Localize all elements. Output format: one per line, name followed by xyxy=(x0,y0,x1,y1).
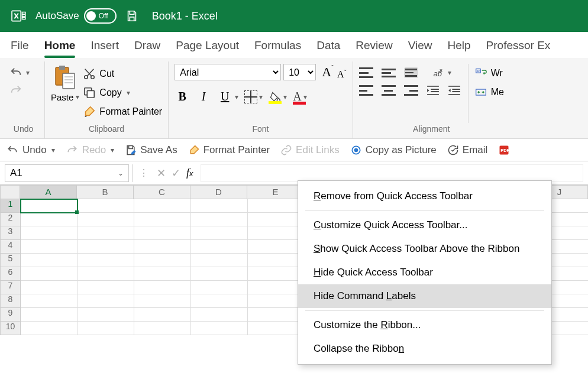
cancel-formula-icon[interactable]: ⋮ xyxy=(137,167,151,179)
save-icon[interactable] xyxy=(124,8,140,24)
enter-formula-icon[interactable]: ✓ xyxy=(172,167,180,180)
ctx-remove-from-qat[interactable]: Remove from Quick Access Toolbar xyxy=(298,184,551,208)
align-right-button[interactable] xyxy=(404,85,418,96)
increase-font-icon[interactable]: Aˆ xyxy=(322,64,334,80)
row-header[interactable]: 3 xyxy=(0,226,21,240)
svg-point-8 xyxy=(91,76,95,79)
chevron-down-icon[interactable]: ▾ xyxy=(235,93,238,101)
tab-professor-excel[interactable]: Professor Ex xyxy=(486,34,551,58)
qat-undo[interactable]: Undo▾ xyxy=(6,144,55,156)
row-header[interactable]: 5 xyxy=(0,254,21,267)
chevron-down-icon[interactable]: ▾ xyxy=(127,89,130,97)
ctx-hide-command-labels[interactable]: Hide Command Labels xyxy=(298,284,551,308)
qat-format-painter[interactable]: Format Painter xyxy=(188,144,270,156)
redo-button[interactable] xyxy=(8,84,30,97)
column-header[interactable]: C xyxy=(134,185,190,199)
cut-label: Cut xyxy=(99,69,114,79)
font-name-combo[interactable]: Arial xyxy=(175,64,281,80)
select-all-corner[interactable] xyxy=(0,185,20,199)
row-header[interactable]: 6 xyxy=(0,267,21,281)
menu-separator xyxy=(305,210,544,211)
tab-data[interactable]: Data xyxy=(316,34,340,58)
ctx-show-qat-above[interactable]: Show Quick Access Toolbar Above the Ribb… xyxy=(298,237,551,261)
tab-review[interactable]: Review xyxy=(356,34,392,58)
chevron-down-icon[interactable]: ▾ xyxy=(303,93,307,101)
qat-pdf[interactable]: PDF xyxy=(498,144,510,156)
row-header[interactable]: 2 xyxy=(0,213,21,226)
qat-save-as[interactable]: Save As xyxy=(125,144,177,156)
row-header[interactable]: 9 xyxy=(0,308,21,322)
italic-button[interactable]: I xyxy=(196,90,211,103)
decrease-font-icon[interactable]: Aˇ xyxy=(337,69,347,80)
row-header[interactable]: 1 xyxy=(0,199,21,213)
chevron-down-icon[interactable]: ▾ xyxy=(26,69,30,77)
bold-button[interactable]: B xyxy=(175,90,190,103)
ribbon: ▾ Undo Paste▾ Cut Copy xyxy=(0,58,588,139)
undo-button[interactable]: ▾ xyxy=(8,66,30,79)
tab-file[interactable]: File xyxy=(11,34,29,58)
copy-label: Copy xyxy=(99,87,121,98)
menu-separator xyxy=(305,310,544,311)
tab-insert[interactable]: Insert xyxy=(91,34,119,58)
wrap-text-label: Wr xyxy=(491,68,503,79)
ctx-customize-qat[interactable]: Customize Quick Access Toolbar... xyxy=(298,213,551,237)
tab-view[interactable]: View xyxy=(408,34,432,58)
fill-color-button[interactable]: ▾ xyxy=(269,91,287,103)
orientation-button[interactable]: ab ▾ xyxy=(431,66,451,79)
ctx-collapse-ribbon[interactable]: Collapse the Ribbon xyxy=(298,337,551,361)
decrease-indent-button[interactable] xyxy=(427,85,440,96)
copy-button[interactable]: Copy ▾ xyxy=(83,86,162,99)
svg-rect-3 xyxy=(63,73,75,89)
row-header[interactable]: 7 xyxy=(0,281,21,294)
borders-button[interactable]: ▾ xyxy=(244,90,263,103)
format-painter-button[interactable]: Format Painter xyxy=(83,105,162,118)
font-color-button[interactable]: A ▾ xyxy=(293,90,306,103)
merge-center-button[interactable]: Me xyxy=(474,86,504,98)
font-size-combo[interactable]: 10 xyxy=(283,64,316,80)
chevron-down-icon[interactable]: ▾ xyxy=(283,93,287,101)
column-header[interactable]: D xyxy=(190,185,247,199)
svg-point-16 xyxy=(354,148,357,151)
align-top-button[interactable] xyxy=(359,67,373,78)
autosave-toggle[interactable]: Off xyxy=(84,8,117,24)
cancel-formula-icon[interactable]: ✕ xyxy=(157,167,166,180)
chevron-down-icon[interactable]: ▾ xyxy=(448,69,451,77)
column-header[interactable]: A xyxy=(20,185,77,199)
column-header[interactable]: B xyxy=(77,185,134,199)
formula-input[interactable] xyxy=(201,164,583,182)
tab-help[interactable]: Help xyxy=(447,34,470,58)
qat-copy-as-picture[interactable]: Copy as Picture xyxy=(350,144,437,156)
wrap-text-button[interactable]: ab Wr xyxy=(474,67,504,79)
column-header[interactable]: E xyxy=(247,185,304,199)
row-header[interactable]: 10 xyxy=(0,322,21,335)
row-header[interactable]: 8 xyxy=(0,294,21,308)
tab-page-layout[interactable]: Page Layout xyxy=(176,34,239,58)
tab-draw[interactable]: Draw xyxy=(134,34,160,58)
ctx-customize-ribbon[interactable]: Customize the Ribbon... xyxy=(298,313,551,337)
tab-formulas[interactable]: Formulas xyxy=(254,34,301,58)
fx-icon[interactable]: fx xyxy=(186,167,193,179)
name-box[interactable]: A1 ⌄ xyxy=(5,164,129,182)
align-bottom-button[interactable] xyxy=(404,67,418,78)
ctx-hide-qat[interactable]: Hide Quick Access Toolbar xyxy=(298,261,551,284)
paste-label: Paste xyxy=(51,92,73,102)
svg-rect-10 xyxy=(88,90,95,98)
align-left-button[interactable] xyxy=(359,85,373,96)
align-center-button[interactable] xyxy=(382,85,396,96)
row-header[interactable]: 4 xyxy=(0,240,21,254)
paste-button[interactable]: Paste▾ xyxy=(51,64,79,123)
qat-edit-links[interactable]: Edit Links xyxy=(280,144,340,156)
qat-context-menu: Remove from Quick Access Toolbar Customi… xyxy=(298,180,552,365)
chevron-down-icon[interactable]: ▾ xyxy=(259,93,263,101)
qat-redo[interactable]: Redo▾ xyxy=(66,144,115,156)
cell-A1[interactable] xyxy=(21,199,77,213)
align-middle-button[interactable] xyxy=(382,67,396,78)
cut-button[interactable]: Cut xyxy=(83,67,162,80)
chevron-down-icon[interactable]: ⌄ xyxy=(118,169,124,177)
underline-button[interactable]: U▾ xyxy=(217,90,238,103)
chevron-down-icon[interactable]: ▾ xyxy=(76,93,79,101)
qat-email[interactable]: Email xyxy=(447,144,488,156)
increase-indent-button[interactable] xyxy=(448,85,461,96)
tab-home[interactable]: Home xyxy=(44,34,76,58)
svg-text:ab: ab xyxy=(476,69,480,73)
